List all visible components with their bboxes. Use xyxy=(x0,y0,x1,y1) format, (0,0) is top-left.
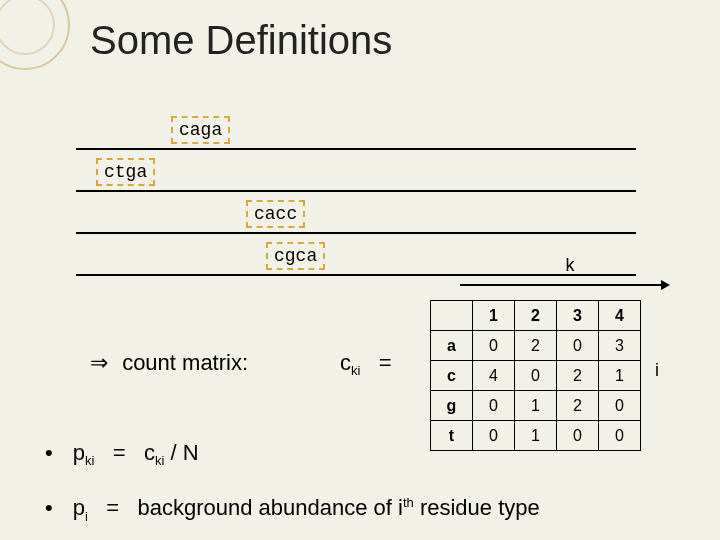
table-row: g 0 1 2 0 xyxy=(431,391,641,421)
corner-decoration xyxy=(0,0,80,80)
sequence-track: ctga xyxy=(76,152,636,192)
row-header: a xyxy=(431,331,473,361)
sequence-box: caga xyxy=(171,116,230,144)
cell: 1 xyxy=(515,421,557,451)
arrow-right-icon xyxy=(460,280,670,290)
cell: 0 xyxy=(473,391,515,421)
sequence-box: ctga xyxy=(96,158,155,186)
cell: 0 xyxy=(557,421,599,451)
sequence-box: cacc xyxy=(246,200,305,228)
sequence-tracks: caga ctga cacc cgca xyxy=(76,110,636,278)
formula-pki: • pki = cki / N xyxy=(45,440,199,468)
cell: 0 xyxy=(599,421,641,451)
bullet-icon: • xyxy=(45,495,53,520)
cell: 4 xyxy=(473,361,515,391)
sequence-box: cgca xyxy=(266,242,325,270)
page-title: Some Definitions xyxy=(90,18,392,63)
count-matrix-text: count matrix: xyxy=(122,350,248,375)
cell: 0 xyxy=(473,421,515,451)
sequence-track: cacc xyxy=(76,194,636,234)
col-header: 4 xyxy=(599,301,641,331)
bullet-icon: • xyxy=(45,440,53,465)
cell: 0 xyxy=(557,331,599,361)
sequence-track: caga xyxy=(76,110,636,150)
count-matrix-table: 1 2 3 4 a 0 2 0 3 c 4 0 2 1 g 0 1 2 0 t xyxy=(430,300,641,451)
table-row: t 0 1 0 0 xyxy=(431,421,641,451)
cki-equals: cki = xyxy=(340,350,392,378)
row-header: t xyxy=(431,421,473,451)
col-header: 2 xyxy=(515,301,557,331)
table-row: a 0 2 0 3 xyxy=(431,331,641,361)
cell: 0 xyxy=(473,331,515,361)
row-axis-label: i xyxy=(655,360,659,381)
cell: 2 xyxy=(557,391,599,421)
row-header: c xyxy=(431,361,473,391)
formula-pi: • pi = background abundance of ith resid… xyxy=(45,495,540,524)
cell: 0 xyxy=(599,391,641,421)
cell: 1 xyxy=(515,391,557,421)
cell: 0 xyxy=(515,361,557,391)
cell: 1 xyxy=(599,361,641,391)
cell: 2 xyxy=(557,361,599,391)
table-row: c 4 0 2 1 xyxy=(431,361,641,391)
col-header: 1 xyxy=(473,301,515,331)
table-header-row: 1 2 3 4 xyxy=(431,301,641,331)
col-header: 3 xyxy=(557,301,599,331)
implies-icon: ⇒ xyxy=(90,350,108,375)
count-matrix-table-wrap: 1 2 3 4 a 0 2 0 3 c 4 0 2 1 g 0 1 2 0 t xyxy=(430,300,641,451)
cell: 3 xyxy=(599,331,641,361)
column-axis-label: k xyxy=(460,255,680,276)
column-axis: k xyxy=(460,255,680,290)
row-header: g xyxy=(431,391,473,421)
count-matrix-label: ⇒ count matrix: xyxy=(90,350,248,376)
cell: 2 xyxy=(515,331,557,361)
table-corner xyxy=(431,301,473,331)
